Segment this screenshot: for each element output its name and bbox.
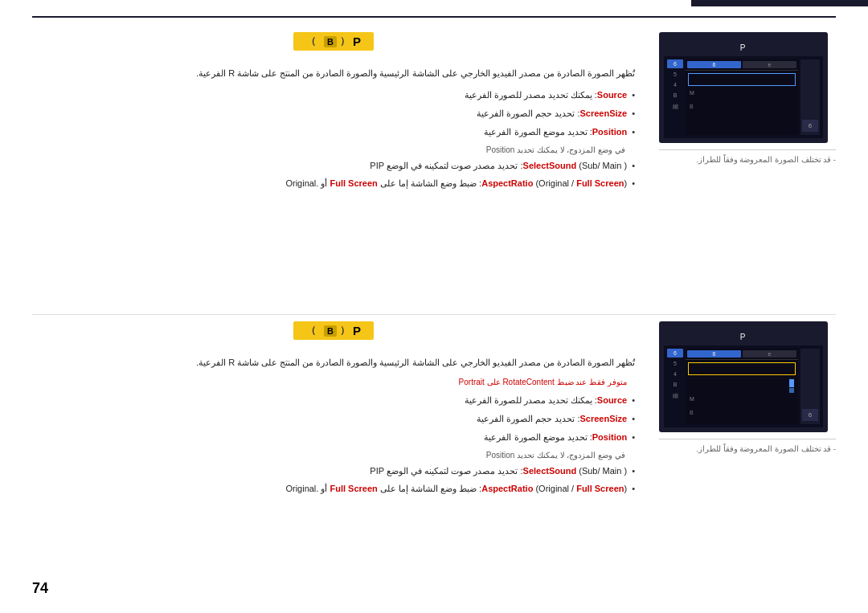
separator-2 xyxy=(659,439,836,439)
top-line xyxy=(32,16,836,18)
pop-description-block: تُظهر الصورة الصادرة من مصدر الفيديو الخ… xyxy=(32,354,635,497)
note-position-1: في وضع المزدوج، لا يمكنك تحديد Position xyxy=(32,142,625,157)
monitor-pop: P 6 5 4 B 縮 xyxy=(659,321,836,589)
sidebar-item-5: 縮 xyxy=(667,101,683,112)
note-position-2: في وضع المزدوج، لا يمكنك تحديد Position xyxy=(32,447,625,463)
monitor-pip-main: 6 e M xyxy=(686,59,798,135)
pop-badge-wrapper: P （ B ） xyxy=(32,321,635,348)
monitor-pip-body: 6 5 4 B 縮 6 e xyxy=(664,56,823,138)
pop-sidebar-4: B xyxy=(667,380,683,389)
monitor-pip-title: P xyxy=(740,43,747,52)
bullet-aspectratio-2: • AspectRatio (Original / Full Screen): … xyxy=(32,480,635,497)
separator-1 xyxy=(659,149,836,150)
pop-sidebar-2: 5 xyxy=(667,359,683,368)
bullet-screensize-1: • ScreenSize: تحديد حجم الصورة الفرعية xyxy=(32,105,635,122)
monitor-pip: P 6 5 4 B 縮 xyxy=(659,32,836,300)
monitor-pop-tabs: 6 e xyxy=(686,349,798,360)
pip-badge-sub: B xyxy=(324,36,337,47)
note-pip: - قد تختلف الصورة المعروضة وفقاً للطراز. xyxy=(659,155,836,164)
pip-badge-wrapper: P （ B ） xyxy=(32,32,635,59)
monitor-pop-screen: P 6 5 4 B 縮 xyxy=(659,321,828,432)
monitor-pip-sidebar: 6 5 4 B 縮 xyxy=(667,59,683,135)
pop-sidebar-5: 縮 xyxy=(667,390,683,402)
note-pop: - قد تختلف الصورة المعروضة وفقاً للطراز. xyxy=(659,444,836,453)
pop-menu-item-1: M xyxy=(690,395,794,403)
sidebar-item-4: B xyxy=(667,91,683,100)
pop-side-button: 6 xyxy=(802,409,818,421)
pip-description: تُظهر الصورة الصادرة من مصدر الفيديو الخ… xyxy=(32,65,635,192)
monitor-pop-title-bar: P xyxy=(664,326,823,345)
pop-sidebar-active: 6 xyxy=(667,349,683,358)
pip-selection-box xyxy=(688,73,796,86)
bullet-selectsound-1: • SelectSound (Sub/ Main ): تحديد مصدر ص… xyxy=(32,157,635,174)
pop-badge: P （ B ） xyxy=(293,321,374,340)
pop-tab-inactive: e xyxy=(743,350,796,358)
bullet-source-2: • Source: يمكنك تحديد مصدر للصورة الفرعي… xyxy=(32,392,635,409)
monitor-pop-content: M B xyxy=(686,360,798,424)
section-pop-text: P （ B ） تُظهر الصورة الصادرة من مصدر الف… xyxy=(32,321,659,589)
pip-badge: P （ B ） xyxy=(293,32,374,51)
monitor-pop-sidebar: 6 5 4 B 縮 xyxy=(667,349,683,424)
bullet-selectsound-2: • SelectSound (Sub/ Main ): تحديد مصدر ص… xyxy=(32,463,635,480)
pop-selection-box xyxy=(688,362,796,375)
page-container: P （ B ） تُظهر الصورة الصادرة من مصدر الف… xyxy=(0,0,868,613)
monitor-pip-content: M B xyxy=(686,71,798,135)
bullet-aspectratio-1: • AspectRatio (Original / Full Screen): … xyxy=(32,175,635,192)
pip-menu-items: M B xyxy=(688,88,796,113)
monitor-pop-side: 6 xyxy=(800,349,820,424)
monitor-pop-main: 6 e xyxy=(686,349,798,424)
pop-menu-items: M B xyxy=(688,394,796,419)
page-number: 74 xyxy=(32,580,48,597)
tab-active: 6 xyxy=(687,61,741,68)
bullet-screensize-2: • ScreenSize: تحديد حجم الصورة الفرعية xyxy=(32,411,635,427)
tab-inactive: e xyxy=(743,61,796,68)
pop-tab-active: 6 xyxy=(687,350,741,358)
menu-item-2: B xyxy=(690,96,794,112)
pop-bars xyxy=(688,378,796,394)
pop-bar-2 xyxy=(789,388,794,393)
bullet-source-1: • Source: يمكنك تحديد مصدر للصورة الفرعي… xyxy=(32,87,635,104)
monitor-pip-tabs: 6 e xyxy=(686,59,798,71)
bullet-position-1: • Position: تحديد موضع الصورة الفرعية xyxy=(32,124,635,141)
section-pop: P （ B ） تُظهر الصورة الصادرة من مصدر الف… xyxy=(32,321,836,589)
monitor-pip-side: 6 xyxy=(800,59,820,135)
side-button: 6 xyxy=(802,120,818,132)
pop-menu-item-2: B xyxy=(690,403,794,419)
sidebar-item-3: 4 xyxy=(667,80,683,89)
bullet-position-2: • Position: تحديد موضع الصورة الفرعية xyxy=(32,429,635,446)
section-divider xyxy=(32,314,836,315)
monitor-pip-title-bar: P xyxy=(664,37,823,56)
menu-item-1: M xyxy=(690,89,794,96)
pop-badge-sub: B xyxy=(324,325,337,337)
sidebar-item-active: 6 xyxy=(667,59,683,68)
pip-badge-letter: P xyxy=(353,35,361,48)
section-pip-text: P （ B ） تُظهر الصورة الصادرة من مصدر الف… xyxy=(32,32,659,300)
monitor-pop-body: 6 5 4 B 縮 6 e xyxy=(664,345,823,427)
top-right-bar xyxy=(691,0,868,6)
pop-badge-letter: P xyxy=(353,324,361,337)
section-pip: P （ B ） تُظهر الصورة الصادرة من مصدر الف… xyxy=(32,32,836,300)
monitor-pip-screen: P 6 5 4 B 縮 xyxy=(659,32,828,143)
pop-sidebar-3: 4 xyxy=(667,370,683,378)
sidebar-item-2: 5 xyxy=(667,70,683,79)
monitor-pop-title: P xyxy=(740,333,747,341)
pop-bar-1 xyxy=(789,379,794,387)
rotate-note: متوفر فقط عند ضبط RotateContent على Port… xyxy=(32,374,627,390)
